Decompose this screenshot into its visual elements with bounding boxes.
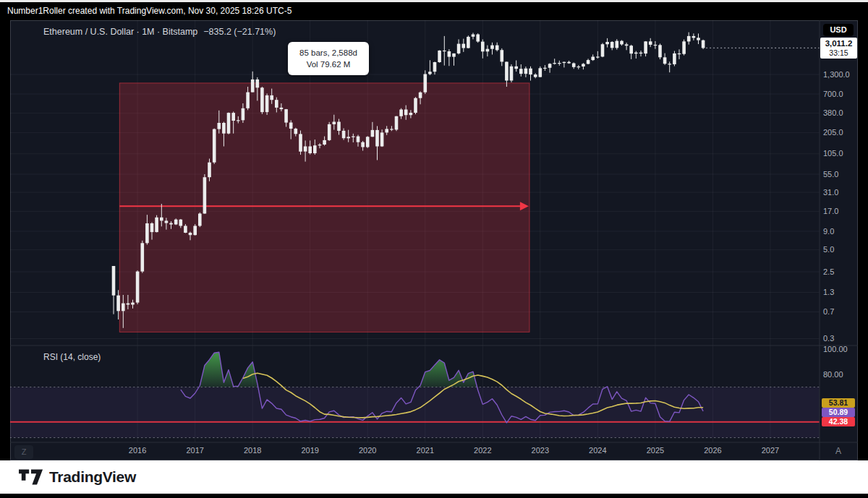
price-tick: 31.0 [823,188,838,197]
auto-scale-button[interactable]: A [827,446,849,456]
symbol-title: Ethereum / U.S. Dollar · 1M · Bitstamp [43,27,197,37]
price-tick: 380.0 [823,108,843,118]
price-tick: 0.7 [823,307,834,317]
rsi-axis-tick-100: 100.00 [823,345,848,354]
price-change: −835.2 (−21.71%) [203,27,276,37]
rsi-value-label: 50.89 [822,408,855,417]
price-tick: 2.5 [823,267,834,277]
year-label: 2021 [409,446,441,455]
price-tick: 700.0 [823,90,843,99]
price-tick: 105.0 [823,149,843,158]
screenshot-root: Number1Roller created with TradingView.c… [0,0,868,498]
bottom-edge-strip [0,494,868,498]
rsi-legend[interactable]: RSI (14, close) [43,352,101,362]
price-tick: 1,300.0 [823,70,850,80]
price-tick: 0.3 [823,334,834,343]
chart-frame: Ethereum / U.S. Dollar · 1M · Bitstamp−8… [10,20,858,460]
price-tick: 9.0 [823,227,834,236]
tradingview-logo-icon [19,469,43,485]
price-tick: 55.0 [823,170,838,179]
measure-box [119,83,529,332]
rsi-axis-tick-80: 80.00 [823,370,843,379]
year-label: 2025 [639,446,671,455]
year-label: 2027 [754,446,786,455]
rsi-level-value-label: 42.38 [822,417,855,426]
last-price-label: 3,011.2 33:15 [820,38,857,59]
measure-bars-line: 85 bars, 2,588d [292,47,365,59]
year-label: 2017 [179,446,211,455]
year-label: 2019 [294,446,326,455]
measure-volume-line: Vol 79.62 M [292,59,365,70]
bar-countdown: 33:15 [820,48,857,57]
price-tick: 205.0 [823,128,843,137]
last-price-value: 3,011.2 [820,39,857,48]
tradingview-brand: TradingView [49,468,136,486]
year-label: 2018 [237,446,268,455]
footer: TradingView [0,460,868,494]
rsi-ma-value-label: 53.81 [822,398,855,408]
timezone-button[interactable]: Z [14,445,33,459]
measure-tooltip: 85 bars, 2,588d Vol 79.62 M [288,42,369,75]
attribution-text: Number1Roller created with TradingView.c… [7,6,292,16]
attribution-bar: Number1Roller created with TradingView.c… [0,2,868,20]
year-label: 2026 [697,446,728,455]
year-label: 2024 [582,446,613,455]
price-tick: 1.3 [823,288,834,297]
year-label: 2016 [122,446,153,455]
currency-badge[interactable]: USD [823,24,854,36]
symbol-legend[interactable]: Ethereum / U.S. Dollar · 1M · Bitstamp−8… [43,27,276,37]
price-tick: 5.0 [823,245,834,254]
year-label: 2020 [352,446,383,455]
year-label: 2023 [524,446,556,455]
price-tick: 17.0 [823,207,838,216]
year-label: 2022 [467,446,498,455]
